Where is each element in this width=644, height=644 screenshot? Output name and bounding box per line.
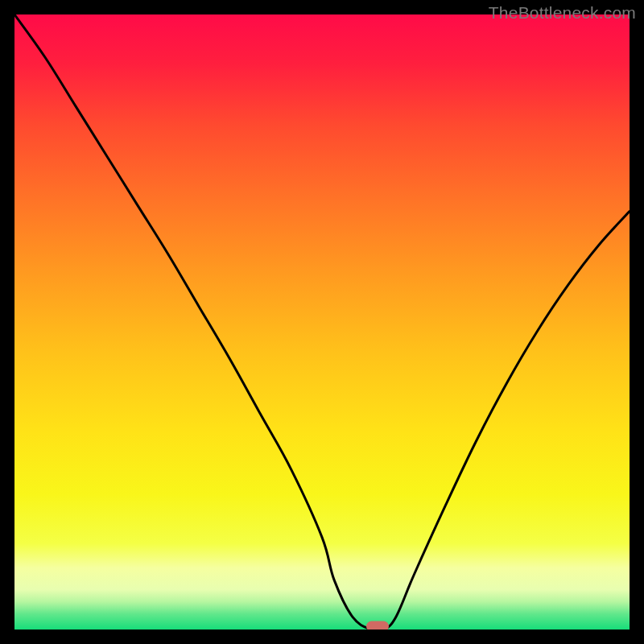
optimal-point-marker (366, 621, 389, 630)
plot-area (14, 14, 630, 630)
watermark-label: TheBottleneck.com (489, 3, 636, 23)
chart-svg (14, 14, 630, 630)
chart-container: TheBottleneck.com (0, 0, 644, 644)
